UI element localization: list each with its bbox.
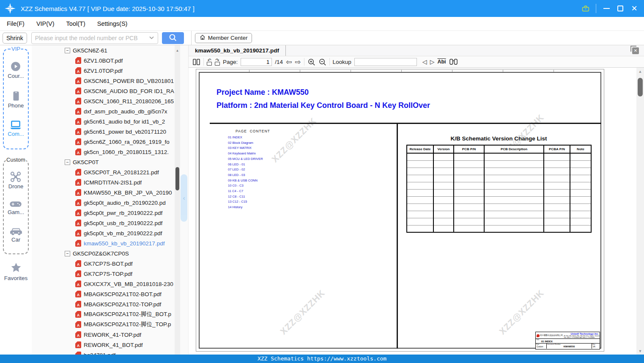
scroll-up-icon[interactable]: ▲ [175, 49, 180, 52]
prev-page-icon[interactable]: ⇦ [286, 58, 292, 66]
pdf-file-icon [75, 67, 81, 74]
tree-file[interactable]: gk5cp0t_audio_rb_20190220.pd [32, 198, 175, 208]
zoom-in-icon[interactable] [307, 58, 315, 66]
tree-file[interactable]: 6ZV1.0TOP.pdf [32, 66, 175, 76]
tree-file[interactable]: bq24781.pdf [32, 350, 175, 355]
pdf-file-icon [75, 301, 81, 308]
page-number-input[interactable] [241, 58, 272, 66]
tree-file[interactable]: REWORK_41_BOT.pdf [32, 340, 175, 350]
table-cell [454, 211, 484, 218]
lookup-input[interactable] [354, 58, 417, 66]
play-circle-icon [10, 61, 21, 72]
tree-file-label: KMAW550_KB_BR_JP_VA_20190 [84, 190, 172, 196]
sidebar-item-drone[interactable]: Drone [8, 171, 23, 190]
tree-file[interactable]: ICMRDTITAN-2IS1.pdf [32, 177, 175, 187]
collapse-minus-icon[interactable]: − [65, 251, 70, 256]
tree-file[interactable]: gk5cn_1060_rb_20180115_1312. [32, 147, 175, 157]
tree-file[interactable]: GKXCX7X_VB_MB_20181018-230 [32, 279, 175, 289]
tree-file[interactable]: GK5CN61_POWER BD_VB201801 [32, 76, 175, 86]
content-list-item: 09 KB & USB CONN [228, 178, 263, 184]
find-next-icon[interactable]: ▷ [430, 58, 435, 65]
search-input[interactable] [32, 35, 149, 41]
sidebar-item-phone[interactable]: Phone [8, 91, 24, 109]
tab-active[interactable]: kmaw550_kb_vb_20190217.pdf [189, 45, 286, 56]
tab-label: kmaw550_kb_vb_20190217.pdf [195, 47, 279, 54]
table-cell [454, 175, 484, 182]
sidebar-item-car[interactable]: Car [10, 226, 22, 243]
tree-file[interactable]: GK5CN_1060_R11_20180206_165 [32, 96, 175, 106]
table-row [407, 160, 591, 168]
tree-file[interactable]: 6ZV1.0BOT.pdf [32, 55, 175, 66]
tree-file[interactable]: gk5cp0t_pwr_rb_20190222.pdf [32, 208, 175, 218]
zoom-out-icon[interactable] [318, 58, 326, 66]
chevron-down-icon[interactable] [149, 36, 154, 40]
menu-item-vip-v[interactable]: VIP(V) [36, 20, 55, 27]
tree-file[interactable]: dxf_asm_pcb_audio_db_gi5cn7x [32, 106, 175, 116]
table-cell [433, 160, 454, 168]
search-button[interactable] [162, 32, 184, 44]
member-center-button[interactable]: Member Center [195, 33, 252, 43]
tree-folder[interactable]: −GK5CN6Z-61 [32, 45, 175, 55]
tree-folder[interactable]: −GK5CP0T [32, 157, 175, 167]
tree-folder[interactable]: −GK5CP0Z&GK7CP0S [32, 248, 175, 258]
page-label: Page: [223, 59, 238, 65]
table-cell [484, 211, 544, 218]
content-list-item: 04 Keyboard Matrix [228, 151, 263, 157]
rotate-right-icon[interactable]: ↷ [215, 58, 220, 66]
tree-file[interactable]: GK7CP7S-TOP.pdf [32, 269, 175, 279]
tree-file[interactable]: MBAGK5CP0ZA1T02-BOT.pdf [32, 289, 175, 299]
maximize-button[interactable] [617, 5, 624, 12]
table-cell [484, 168, 544, 175]
tree-file[interactable]: MBAGK5CP0ZA1T02-TOP.pdf [32, 299, 175, 309]
close-tab-icon[interactable]: ✕ [632, 47, 639, 54]
tree-file[interactable]: gk5cn61_power bd_vb20171120 [32, 126, 175, 137]
table-row [407, 211, 591, 218]
menu-item-settings-s[interactable]: Settings(S) [97, 20, 128, 27]
briefcase-icon[interactable] [582, 5, 589, 12]
menu-item-tool-t[interactable]: Tool(T) [66, 20, 85, 27]
collapse-minus-icon[interactable]: − [65, 48, 70, 53]
binoculars-icon[interactable] [449, 58, 458, 65]
tree-scrollbar-thumb[interactable] [175, 167, 179, 190]
tree-file[interactable]: GK5CP0T_RA_20181221.pdf [32, 167, 175, 177]
viewer-scrollbar[interactable]: ▲ ▼ [636, 68, 644, 355]
tree-file[interactable]: kmaw550_kb_vb_20190217.pdf [32, 238, 175, 248]
app-logo-icon [4, 3, 16, 14]
shrink-button[interactable]: Shrink [3, 33, 27, 44]
close-button[interactable]: ✕ [630, 5, 638, 12]
tree-file[interactable]: gk5cp0t_vb_mb_20190222.pdf [32, 228, 175, 238]
tree-file[interactable]: REWORK_41-TOP.pdf [32, 330, 175, 340]
sidebar-item-com[interactable]: Com... [8, 120, 24, 137]
find-previous-icon[interactable]: ◁ [422, 58, 427, 65]
menu-item-file-f[interactable]: File(F) [7, 20, 25, 27]
tree-file[interactable]: gk5cn61_audio bd_for id1_vb_2 [32, 116, 175, 126]
next-page-icon[interactable]: ⇨ [295, 58, 301, 66]
tree-file[interactable]: MBAGK5CP0ZA1T02-脚位_BOT.p [32, 309, 175, 319]
table-cell [433, 153, 454, 160]
table-cell [433, 225, 454, 232]
tree-file[interactable]: GK5CN6_AUDIO BD_FOR ID1_RA [32, 86, 175, 96]
tree-file[interactable]: MBAGK5CP0ZA1T02-脚位_TOP.p [32, 319, 175, 330]
tree-scrollbar[interactable]: ▲ [175, 45, 180, 355]
scroll-up-icon[interactable]: ▲ [636, 69, 644, 74]
collapse-minus-icon[interactable]: − [65, 160, 70, 165]
scroll-down-icon[interactable]: ▼ [636, 349, 644, 353]
viewer-scrollbar-thumb[interactable] [638, 78, 643, 96]
tree-file[interactable]: gk5cp0t_usb_rb_20190222.pdf [32, 218, 175, 228]
tree-file[interactable]: gk5cn6Z_1060_ra_0926_1919_fo [32, 137, 175, 147]
two-page-view-icon[interactable] [192, 58, 200, 66]
sidebar-item-gam[interactable]: Gam... [8, 200, 24, 215]
sidebar-item-cour[interactable]: Cour... [8, 61, 24, 79]
pdf-file-icon [75, 77, 81, 84]
pdf-file-icon [75, 108, 81, 115]
minimize-button[interactable] [603, 5, 610, 12]
pdf-file-icon [75, 118, 81, 125]
match-case-icon[interactable]: Abi [437, 59, 446, 65]
tree-file[interactable]: KMAW550_KB_BR_JP_VA_20190 [32, 187, 175, 198]
table-cell [407, 182, 433, 189]
table-cell [484, 160, 544, 168]
sidebar-item-favorites[interactable]: Favorites [0, 262, 32, 281]
collapse-panel-handle[interactable]: ‹ [181, 174, 187, 222]
tree-file[interactable]: GK7CP7S-BOT.pdf [32, 258, 175, 269]
rotate-left-icon[interactable]: ↶ [207, 58, 212, 66]
